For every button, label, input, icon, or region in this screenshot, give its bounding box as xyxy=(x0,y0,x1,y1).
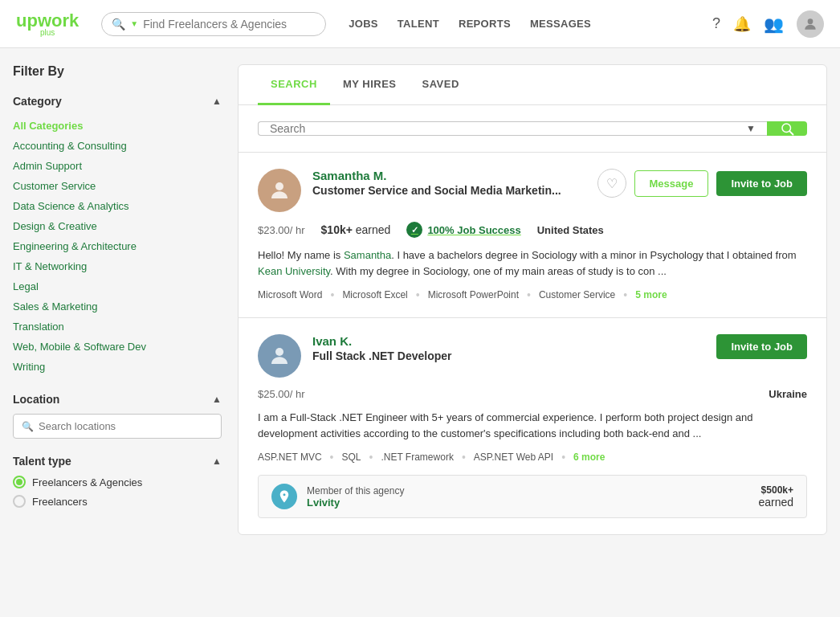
card-stats-samantha: $23.00/ hr $10k+ earned ✓ 100% Job Succe… xyxy=(258,222,807,238)
agency-info: Member of this agency Lvivity xyxy=(307,485,404,509)
earned-samantha: $10k+ earned xyxy=(321,223,391,236)
avatar-ivan xyxy=(258,334,301,378)
freelancer-name-samantha[interactable]: Samantha M. xyxy=(312,169,586,182)
search-button[interactable] xyxy=(767,121,807,136)
category-filter-header: Category ▲ xyxy=(13,95,222,108)
svg-point-4 xyxy=(275,348,283,356)
location-ivan: Ukraine xyxy=(769,388,807,400)
category-item-accounting[interactable]: Accounting & Consulting xyxy=(13,136,222,156)
user-avatar[interactable] xyxy=(797,10,824,38)
rate-unit-samantha: / hr xyxy=(290,224,305,236)
location-chevron-icon[interactable]: ▲ xyxy=(212,394,222,405)
agency-name[interactable]: Lvivity xyxy=(307,496,404,509)
job-success-icon: ✓ xyxy=(406,222,422,238)
header-icons: ? 🔔 👥 xyxy=(712,10,824,38)
agency-earned-area: $500k+ earned xyxy=(758,484,793,509)
header-search-input[interactable] xyxy=(143,18,316,31)
category-item-writing[interactable]: Writing xyxy=(13,357,222,377)
logo-area: upwork plus xyxy=(16,10,79,37)
header-search-bar[interactable]: 🔍 ▼ xyxy=(101,12,326,36)
job-success-samantha[interactable]: ✓ 100% Job Success xyxy=(406,222,520,238)
nav-reports[interactable]: REPORTS xyxy=(459,18,511,30)
talent-type-filter-section: Talent type ▲ Freelancers & Agencies Fre… xyxy=(13,455,222,508)
search-dropdown-icon[interactable]: ▼ xyxy=(130,19,138,28)
location-search-input[interactable] xyxy=(39,420,213,432)
invite-button-ivan[interactable]: Invite to Job xyxy=(716,334,807,359)
main-search-input[interactable] xyxy=(270,122,746,135)
category-item-web[interactable]: Web, Mobile & Software Dev xyxy=(13,337,222,357)
skill-1: Microsoft Word xyxy=(258,289,322,300)
team-icon[interactable]: 👥 xyxy=(764,14,784,34)
avatar-samantha xyxy=(258,169,301,212)
skill-4: Customer Service xyxy=(539,289,615,300)
bio-highlight-2: Kean University xyxy=(258,265,330,277)
freelancer-title-samantha: Customer Service and Social Media Market… xyxy=(312,184,586,197)
category-item-customer-service[interactable]: Customer Service xyxy=(13,176,222,196)
nav-messages[interactable]: MESSAGES xyxy=(530,18,591,30)
tab-my-hires[interactable]: MY HIRES xyxy=(330,65,410,105)
more-skills-ivan[interactable]: 6 more xyxy=(573,452,605,463)
agency-icon xyxy=(271,484,297,509)
nav-jobs[interactable]: JOBS xyxy=(349,18,378,30)
favorite-button-samantha[interactable]: ♡ xyxy=(597,169,626,198)
bio-ivan: I am a Full-Stack .NET Engineer with 5+ … xyxy=(258,410,807,441)
category-item-admin[interactable]: Admin Support xyxy=(13,156,222,176)
tabs-bar: SEARCH MY HIRES SAVED xyxy=(239,65,826,105)
location-filter-header: Location ▲ xyxy=(13,393,222,406)
category-filter-title: Category xyxy=(13,95,62,108)
skill-ivan-2: SQL xyxy=(342,452,361,463)
card-info-samantha: Samantha M. Customer Service and Social … xyxy=(312,169,586,197)
header: upwork plus 🔍 ▼ JOBS TALENT REPORTS MESS… xyxy=(0,0,840,48)
bio-samantha: Hello! My name is Samantha. I have a bac… xyxy=(258,247,807,279)
talent-type-freelancers[interactable]: Freelancers xyxy=(13,495,222,508)
message-button-samantha[interactable]: Message xyxy=(634,170,709,197)
agency-badge-ivan: Member of this agency Lvivity $500k+ ear… xyxy=(258,475,807,518)
skills-ivan: ASP.NET MVC • SQL • .NET Framework • ASP… xyxy=(258,451,807,464)
skill-ivan-3: .NET Framework xyxy=(381,452,453,463)
category-item-translation[interactable]: Translation xyxy=(13,317,222,337)
search-dropdown-chevron[interactable]: ▼ xyxy=(746,123,756,134)
agency-earned-label: earned xyxy=(758,496,793,509)
category-item-legal[interactable]: Legal xyxy=(13,276,222,296)
freelancer-name-ivan[interactable]: Ivan K. xyxy=(312,334,705,348)
main-container: Filter By Category ▲ All Categories Acco… xyxy=(0,48,840,551)
rate-ivan: $25.00/ hr xyxy=(258,387,305,400)
category-item-engineering[interactable]: Engineering & Architecture xyxy=(13,236,222,256)
skills-samantha: Microsoft Word • Microsoft Excel • Micro… xyxy=(258,288,807,301)
talent-type-all[interactable]: Freelancers & Agencies xyxy=(13,476,222,488)
location-search-bar[interactable]: 🔍 xyxy=(13,414,222,439)
filter-title: Filter By xyxy=(13,64,222,79)
card-info-ivan: Ivan K. Full Stack .NET Developer xyxy=(312,334,705,362)
svg-point-0 xyxy=(808,18,813,24)
bio-highlight: Samantha xyxy=(344,249,391,261)
talent-type-all-label: Freelancers & Agencies xyxy=(32,476,142,488)
invite-button-samantha[interactable]: Invite to Job xyxy=(716,171,807,196)
category-item-design[interactable]: Design & Creative xyxy=(13,216,222,236)
notification-icon[interactable]: 🔔 xyxy=(733,15,751,33)
category-chevron-icon[interactable]: ▲ xyxy=(212,96,222,107)
search-button-icon xyxy=(780,121,794,136)
category-item-all[interactable]: All Categories xyxy=(13,116,222,136)
category-item-sales[interactable]: Sales & Marketing xyxy=(13,296,222,317)
more-skills-samantha[interactable]: 5 more xyxy=(635,289,667,300)
location-filter-section: Location ▲ 🔍 xyxy=(13,393,222,439)
category-list: All Categories Accounting & Consulting A… xyxy=(13,116,222,377)
main-search-wrapper[interactable]: ▼ xyxy=(258,121,767,136)
location-filter-title: Location xyxy=(13,393,59,406)
sidebar: Filter By Category ▲ All Categories Acco… xyxy=(13,64,222,535)
freelancer-title-ivan: Full Stack .NET Developer xyxy=(312,349,705,362)
talent-type-chevron-icon[interactable]: ▲ xyxy=(212,456,222,467)
search-icon: 🔍 xyxy=(112,18,125,31)
tab-search[interactable]: SEARCH xyxy=(258,65,330,105)
category-item-it[interactable]: IT & Networking xyxy=(13,256,222,276)
talent-type-filter-header: Talent type ▲ xyxy=(13,455,222,468)
nav-talent[interactable]: TALENT xyxy=(398,18,439,30)
card-stats-ivan: $25.00/ hr Ukraine xyxy=(258,387,807,400)
help-icon[interactable]: ? xyxy=(712,15,720,32)
category-item-data-science[interactable]: Data Science & Analytics xyxy=(13,196,222,216)
skill-2: Microsoft Excel xyxy=(342,289,407,300)
card-actions-samantha: ♡ Message Invite to Job xyxy=(597,169,807,198)
card-top-samantha: Samantha M. Customer Service and Social … xyxy=(258,169,807,212)
rate-unit-ivan: / hr xyxy=(290,388,305,400)
tab-saved[interactable]: SAVED xyxy=(410,65,472,105)
